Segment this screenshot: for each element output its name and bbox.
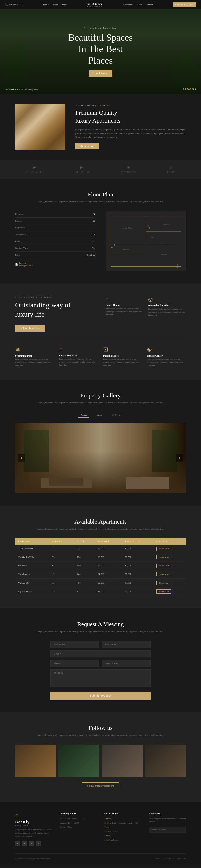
table-row: Penthouse 3/7 950 $2,000 $3,000 Show Now [15,561,186,570]
nav-pages[interactable]: Pages [61,3,66,6]
floor-plan-desc: Sage agile frameworks to provide a robus… [15,200,186,204]
table-row: The Garden Villa 2/3 850 $3,500 $2,500 S… [15,553,186,561]
floor-plan-content: Floor No. 10 Rooms 03 Bathrooms 2 Total … [15,211,186,271]
show-floor-plan-1[interactable]: Show Now [156,555,171,559]
newsletter-input[interactable] [149,827,186,833]
schedule-tour-button[interactable]: Schedule A Tour [173,2,196,7]
email-input[interactable] [50,650,151,657]
show-floor-plan-4[interactable]: Show Now [156,581,171,585]
request-title: Request A Viewing [15,621,186,628]
show-floor-plan-5[interactable]: Show Now [156,589,171,594]
follow-img-1[interactable] [58,745,99,777]
feature-attractive-location: ◎ Attractive Location Interruptum obstru… [148,296,186,317]
follow-title: Follow us [15,725,186,732]
apt-name-4: Vintage 640 [15,579,49,587]
last-name-input[interactable] [102,641,151,648]
nav-apartments[interactable]: Apartments [123,3,134,6]
apt-bedbath-0: 1/2 [49,545,74,553]
slider-prev-button[interactable]: ‹ [18,454,25,462]
footer-link-home[interactable]: Home [155,858,160,860]
first-name-input[interactable] [50,641,99,648]
apt-show-4[interactable]: Show Now [153,579,186,587]
tab-360[interactable]: 360 Tour [110,412,123,418]
hero-content: Convenient Location Beautiful Spaces In … [68,27,133,76]
follow-img-0[interactable] [15,745,56,777]
apt-show-2[interactable]: Show Now [153,561,186,570]
floor-plan-image: Living Room Bedroom Bath Kitchen Balcony… [106,211,186,271]
social-facebook[interactable]: f [15,841,20,846]
apt-sqft-0: 735 [74,545,95,553]
luxury-features-top: ⌂ Smart Homes Interruptum obstruere diu … [106,296,186,317]
svg-text:Living Room: Living Room [122,227,133,229]
apt-show-3[interactable]: Show Now [153,570,186,579]
col-sale: Sale Price [95,538,122,545]
apt-sqft-1: 850 [74,553,95,561]
apt-sale-2: $2,000 [95,561,122,570]
show-floor-plan-3[interactable]: Show Now [156,572,171,577]
show-floor-plan-0[interactable]: Show Now [156,547,171,551]
message-textarea[interactable] [50,670,151,687]
col-floorplan: Floor Plan [153,538,186,545]
spec-value: Yes [92,240,95,243]
footer-logo: Beauly [15,820,52,824]
apt-bedbath-1: 2/3 [49,553,74,561]
footer-link-privacy[interactable]: Privacy Policy [163,858,174,860]
overview-tag: ⌂ Our Building Overview [76,104,186,107]
social-twitter[interactable]: t [22,841,27,846]
nav-news[interactable]: News [137,3,142,6]
floor-specs: Floor No. 10 Rooms 03 Bathrooms 2 Total … [15,211,95,267]
feature-desc-parking: Interruptum obstruere diu a fauciabus ne… [103,358,142,367]
spec-label: Floor No. [15,213,24,215]
apt-show-0[interactable]: Show Now [153,545,186,553]
phone-input[interactable] [50,660,99,667]
follow-img-2[interactable] [102,745,143,777]
nav-contact[interactable]: Contact [146,3,153,6]
fitness-icon: ◈ [147,346,186,353]
footer-phone-val: +99 123 456 789 [104,830,141,833]
nav-about[interactable]: About [52,3,58,6]
amenity-label-0: SQUARE MILES [25,171,43,174]
slider-next-button[interactable]: › [176,454,183,462]
apt-sale-0: $3,000 [95,545,122,553]
svg-text:Balcony: Balcony [161,254,167,256]
apt-show-1[interactable]: Show Now [153,553,186,561]
gallery-slider: ‹ › [15,423,186,493]
apt-rental-4: $1,600 [122,579,153,587]
apartments-table: Residence Bed/Bath SQ FT Sale Price Rent… [15,538,186,596]
footer-newsletter-desc: Adipiscing and dolor sunt elit sed do ei… [149,817,186,823]
tab-photos[interactable]: Photos [78,412,89,418]
pdf-download[interactable]: 📄 PropertyDescription PDF [15,262,95,267]
social-youtube[interactable]: yt [36,841,41,846]
follow-section: Follow us Sage agile frameworks to provi… [0,712,201,802]
amenity-square-miles: ◈ SQUARE MILES [25,165,43,174]
pool-icon: ≋ [15,346,54,353]
footer-hours-0: Monday - Friday: 09:00 - 18:00 [60,817,97,820]
overview-content: ⌂ Our Building Overview Premium Qualityl… [76,104,186,149]
movein-input[interactable] [102,660,151,667]
follow-img-3[interactable] [145,745,186,777]
apt-show-5[interactable]: Show Now [153,587,186,596]
nav-home[interactable]: Home [43,3,49,6]
luxury-cta-button[interactable]: Schedule A Visit [15,325,45,332]
footer: ⌂ Beauly APARTMENT Adipiscing and dolor … [0,802,201,865]
form-group-first [50,641,99,648]
apartments-section: Available Apartments Sage agile framewor… [0,506,201,609]
overview-readmore-button[interactable]: Read More [76,143,99,149]
follow-instagram-button[interactable]: Follow @beaulyapartment [82,782,119,789]
apt-name-5: Aqua Montana [15,587,49,596]
submit-request-button[interactable]: Submit Request [50,692,151,700]
footer-link-other[interactable]: Other Links [177,858,186,860]
show-floor-plan-2[interactable]: Show Now [156,564,171,568]
apt-name-0: 1 BR Apartment [15,545,49,553]
spec-label: Parking [15,240,22,243]
hero-cta-button[interactable]: Read More [89,70,112,76]
location-icon: ◎ [148,296,186,302]
hero-title: Beautiful Spaces In The Best Places [68,32,133,66]
apartments-title: Available Apartments [15,518,186,525]
feature-title-wifi: Fast Speed Wi-Fi [59,354,98,357]
social-linkedin[interactable]: in [29,841,34,846]
apt-rental-0: $2,000 [122,545,153,553]
follow-grid [15,745,186,777]
feature-parking: ⊡ Parking Space Interruptum obstruere di… [103,346,142,367]
tab-video[interactable]: Video [94,412,105,418]
